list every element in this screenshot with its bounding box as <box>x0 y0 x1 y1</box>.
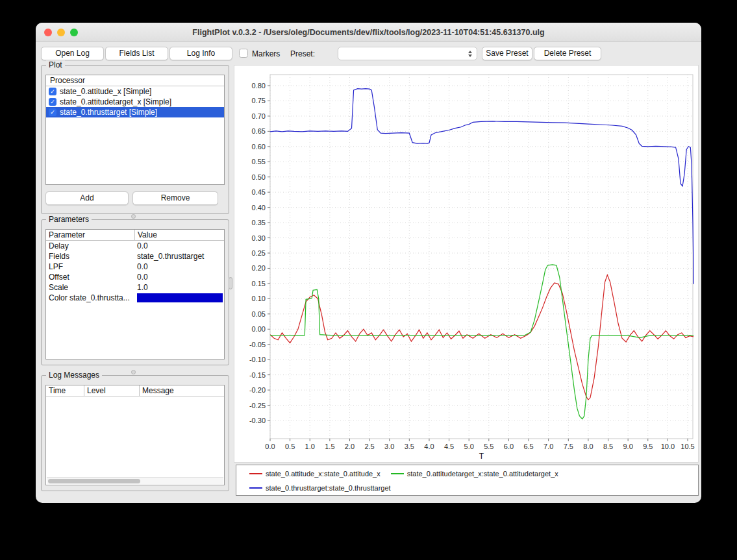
plot-border <box>270 75 693 439</box>
series-checkbox[interactable]: ✓ <box>49 88 56 95</box>
y-tick-label: 0.55 <box>252 158 266 165</box>
parameter-row: Color state_0.thrustta... <box>46 293 224 303</box>
x-tick-label: 2.0 <box>345 443 355 450</box>
series-line <box>270 275 693 400</box>
legend-item: state_0.attitudetarget_x:state_0.attitud… <box>391 470 558 478</box>
y-tick-label: 0.35 <box>252 219 266 226</box>
y-tick-label: 0.15 <box>252 280 266 287</box>
series-checkbox[interactable]: ✓ <box>49 98 56 106</box>
chart-legend: state_0.attitude_x:state_0.attitude_xsta… <box>236 465 699 496</box>
x-tick-label: 4.0 <box>424 443 434 450</box>
series-line <box>270 265 693 419</box>
legend-label: state_0.attitudetarget_x:state_0.attitud… <box>407 470 558 478</box>
split-handle[interactable] <box>131 370 136 374</box>
parameter-name: Fields <box>46 251 134 262</box>
legend-row: state_0.thrusttarget:state_0.thrusttarge… <box>249 481 694 494</box>
parameter-value[interactable] <box>134 293 224 303</box>
x-tick-label: 10.5 <box>681 443 694 450</box>
legend-row: state_0.attitude_x:state_0.attitude_xsta… <box>249 467 694 480</box>
x-tick-label: 8.0 <box>583 443 593 450</box>
color-swatch[interactable] <box>137 293 223 302</box>
parameter-name: Color state_0.thrustta... <box>46 293 134 303</box>
split-handle[interactable] <box>131 214 136 219</box>
markers-checkbox[interactable] <box>239 49 248 58</box>
preset-combobox[interactable] <box>338 47 477 60</box>
list-column-header: Processor <box>46 75 224 86</box>
legend-item: state_0.thrusttarget:state_0.thrusttarge… <box>249 484 391 492</box>
y-tick-label: 0.40 <box>252 204 266 212</box>
x-tick-label: 0.0 <box>265 443 275 450</box>
y-tick-label: 0.10 <box>252 295 266 302</box>
log-messages-panel: Log Messages Time Level Message <box>41 375 229 491</box>
log-info-button[interactable]: Log Info <box>169 47 232 60</box>
split-handle-vertical[interactable] <box>229 277 232 289</box>
legend-label: state_0.thrusttarget:state_0.thrusttarge… <box>266 484 391 492</box>
parameters-table[interactable]: Parameter Value Delay0.0Fieldsstate_0.th… <box>45 229 225 359</box>
minimize-button[interactable] <box>57 29 65 36</box>
open-log-button[interactable]: Open Log <box>41 47 104 60</box>
x-tick-label: 3.0 <box>384 443 394 450</box>
y-tick-label: 0.50 <box>252 173 266 181</box>
log-table-header: Time Level Message <box>46 385 224 396</box>
list-body: ✓state_0.attitude_x [Simple]✓state_0.att… <box>46 86 224 117</box>
y-tick-label: 0.75 <box>252 97 266 104</box>
delete-preset-button[interactable]: Delete Preset <box>534 47 601 60</box>
plot-panel-title: Plot <box>46 60 65 69</box>
parameter-value[interactable]: 1.0 <box>134 282 224 293</box>
series-checkbox[interactable]: ✓ <box>49 108 56 116</box>
chart-area[interactable]: 0.00.51.01.52.02.53.03.54.04.55.05.56.06… <box>234 65 699 463</box>
legend-line-sample <box>391 473 404 474</box>
parameter-row: Delay0.0 <box>46 241 224 251</box>
app-window: FlightPlot v.0.3.2 - /Users/oleg/Documen… <box>36 23 701 503</box>
add-button[interactable]: Add <box>45 191 129 205</box>
message-column-header: Message <box>139 385 224 396</box>
parameter-name: LPF <box>46 262 134 272</box>
y-tick-label: -0.20 <box>249 386 266 394</box>
chart-canvas[interactable]: 0.00.51.01.52.02.53.03.54.04.55.05.56.06… <box>234 66 699 463</box>
x-tick-label: 9.0 <box>623 443 633 450</box>
y-tick-label: 0.25 <box>252 249 266 257</box>
parameter-name: Offset <box>46 272 134 282</box>
log-messages-table: Time Level Message <box>45 385 225 485</box>
x-tick-label: 9.5 <box>643 443 653 450</box>
series-line <box>270 89 693 284</box>
x-tick-label: 6.0 <box>504 443 514 450</box>
markers-label: Markers <box>252 49 280 58</box>
plot-panel: Plot Processor ✓state_0.attitude_x [Simp… <box>41 65 229 214</box>
fields-list-button[interactable]: Fields List <box>105 47 168 60</box>
y-tick-label: -0.05 <box>249 341 266 348</box>
parameter-name: Delay <box>46 241 134 251</box>
parameter-value[interactable]: 0.0 <box>134 241 224 251</box>
parameters-panel: Parameters Parameter Value Delay0.0Field… <box>41 219 229 365</box>
y-tick-label: -0.30 <box>249 417 266 424</box>
plot-series-item[interactable]: ✓state_0.thrusttarget [Simple] <box>46 107 224 117</box>
y-tick-label: 0.45 <box>252 188 266 196</box>
x-tick-label: 5.0 <box>464 443 474 450</box>
y-tick-label: 0.65 <box>252 127 266 135</box>
close-button[interactable] <box>44 29 52 36</box>
x-tick-label: 1.5 <box>325 443 334 450</box>
log-messages-title: Log Messages <box>46 371 102 380</box>
plot-series-list[interactable]: Processor ✓state_0.attitude_x [Simple]✓s… <box>45 75 225 185</box>
scrollbar-thumb[interactable] <box>48 479 140 483</box>
parameters-table-header: Parameter Value <box>46 230 224 241</box>
x-axis-label: T <box>479 452 484 461</box>
x-tick-label: 6.5 <box>523 443 533 450</box>
legend-item: state_0.attitude_x:state_0.attitude_x <box>249 470 381 478</box>
y-tick-label: -0.10 <box>249 356 266 363</box>
parameter-value[interactable]: state_0.thrusttarget <box>134 251 224 262</box>
zoom-button[interactable] <box>70 29 78 36</box>
parameters-panel-title: Parameters <box>46 215 92 224</box>
x-tick-label: 1.0 <box>305 443 315 450</box>
plot-series-item[interactable]: ✓state_0.attitude_x [Simple] <box>46 86 224 97</box>
legend-line-sample <box>249 487 262 489</box>
horizontal-scrollbar[interactable] <box>47 477 223 484</box>
parameter-value[interactable]: 0.0 <box>134 262 224 272</box>
x-tick-label: 2.5 <box>364 443 374 450</box>
save-preset-button[interactable]: Save Preset <box>482 47 532 60</box>
y-tick-label: 0.20 <box>252 264 266 272</box>
parameter-value[interactable]: 0.0 <box>134 272 224 282</box>
y-tick-label: 0.80 <box>252 82 266 90</box>
plot-series-item[interactable]: ✓state_0.attitudetarget_x [Simple] <box>46 97 224 107</box>
remove-button[interactable]: Remove <box>132 191 218 205</box>
